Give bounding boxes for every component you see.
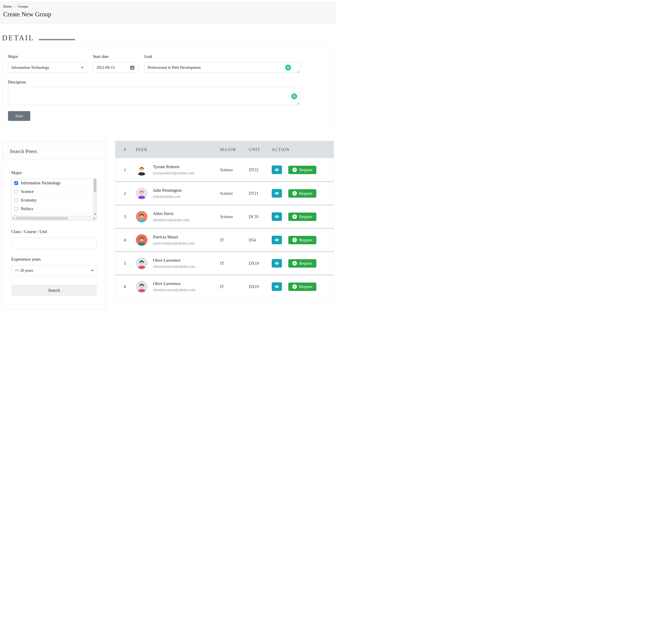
plus-icon: + — [292, 238, 297, 242]
view-button[interactable] — [272, 189, 282, 198]
table-row: 6 Olive Lawrence olivelawrence@adobe.com… — [115, 275, 334, 298]
plus-icon: + — [292, 168, 297, 172]
resize-handle-icon[interactable] — [297, 70, 299, 72]
view-button[interactable] — [272, 236, 282, 244]
request-button[interactable]: + Request — [288, 166, 316, 174]
column-header: PEER — [136, 147, 220, 152]
start-date-input[interactable]: 2021-09-15 — [93, 62, 138, 73]
major-options-list: Information Technology Science Economy P… — [11, 179, 93, 216]
action-divider — [285, 190, 285, 197]
request-button-label: Request — [299, 168, 312, 172]
horizontal-scrollbar[interactable]: ◀ ▶ — [11, 216, 97, 220]
major-option-row[interactable]: Information Technology — [11, 179, 93, 188]
breadcrumb-home-link[interactable]: Home — [3, 4, 12, 8]
scroll-left-icon[interactable]: ◀ — [11, 216, 16, 220]
major-option-row[interactable]: Science — [11, 188, 93, 196]
major-option-checkbox[interactable] — [14, 207, 18, 211]
breadcrumb-separator: / — [14, 4, 15, 8]
peer-unit: DT21 — [249, 191, 272, 196]
page-title: Create New Group — [3, 10, 332, 18]
major-option-row[interactable]: Politics — [11, 205, 93, 213]
major-option-checkbox[interactable] — [14, 181, 18, 185]
major-option-row[interactable]: Social — [11, 213, 93, 216]
request-button[interactable]: + Request — [288, 259, 316, 268]
plus-icon: + — [292, 215, 297, 219]
avatar — [136, 257, 148, 269]
description-label: Desciption — [8, 80, 328, 84]
request-button-label: Request — [299, 191, 312, 196]
eye-icon — [274, 191, 279, 196]
request-button-label: Request — [299, 238, 312, 243]
start-date-label: Start date — [93, 54, 138, 59]
detail-section-heading: DETAIL — [2, 33, 334, 42]
peer-unit: DX19 — [249, 261, 272, 266]
eye-icon — [274, 261, 279, 266]
peer-major: IT — [220, 284, 249, 289]
peer-email: julie@adobe.com — [153, 194, 182, 199]
peer-email: allendavis@adobe.com — [153, 218, 189, 222]
scrollbar-thumb[interactable] — [94, 179, 96, 192]
major-multiselect[interactable]: Information Technology Science Economy P… — [11, 179, 97, 221]
peer-email: olivelawrence@adobe.com — [153, 264, 195, 269]
major-option-row[interactable]: Economy — [11, 196, 93, 205]
table-row: 3 Allen Davis allendavis@adobe.com Scien… — [115, 205, 334, 228]
peer-name: Tyrone Roberts — [153, 164, 194, 169]
search-major-label: Major — [11, 170, 97, 175]
major-option-label: Politics — [21, 206, 33, 211]
chevron-down-icon — [91, 269, 94, 271]
eye-icon — [274, 214, 279, 219]
calendar-icon[interactable] — [130, 65, 135, 70]
search-button[interactable]: Search — [11, 285, 97, 296]
plus-icon: + — [292, 261, 297, 266]
peer-unit: DT22 — [249, 168, 272, 172]
detail-card: Major Information Technology Start date … — [2, 47, 334, 130]
scrollbar-thumb[interactable] — [16, 217, 68, 220]
major-select[interactable]: Information Technology — [8, 62, 87, 73]
peer-name: Olive Lawrence — [153, 258, 195, 263]
goal-value: Professional in Web Development — [148, 65, 201, 70]
action-divider — [285, 260, 285, 267]
view-button[interactable] — [272, 282, 282, 291]
breadcrumb-groups-link[interactable]: Groups — [18, 4, 28, 8]
scroll-down-icon[interactable]: ▼ — [93, 212, 97, 216]
grammarly-icon[interactable]: G — [285, 65, 291, 70]
request-button-label: Request — [299, 215, 312, 219]
avatar — [136, 281, 148, 293]
save-button[interactable]: Save — [8, 111, 30, 121]
view-button[interactable] — [272, 166, 282, 174]
peer-major: IT — [220, 238, 249, 243]
class-course-unit-label: Class / Course / Unit — [11, 229, 97, 234]
peer-unit: DC35 — [249, 215, 272, 219]
plus-icon: + — [292, 191, 297, 196]
peer-major: Science — [220, 168, 249, 172]
table-row: 2 Julie Pennington julie@adobe.com Scien… — [115, 181, 334, 205]
avatar — [136, 164, 148, 176]
request-button[interactable]: + Request — [288, 282, 316, 291]
vertical-scrollbar[interactable]: ▼ — [93, 179, 97, 216]
goal-input[interactable]: Professional in Web Development G — [144, 62, 300, 73]
grammarly-icon[interactable]: G — [291, 94, 297, 99]
request-button[interactable]: + Request — [288, 212, 316, 221]
description-textarea[interactable]: G — [8, 88, 300, 105]
plus-icon: + — [292, 284, 297, 289]
resize-handle-icon[interactable] — [297, 102, 299, 104]
column-header: UNIT — [249, 147, 272, 152]
eye-icon — [274, 284, 279, 289]
view-button[interactable] — [272, 212, 282, 221]
request-button[interactable]: + Request — [288, 189, 316, 198]
peers-table-header: #PEERMAJORUNITACTION — [115, 141, 334, 158]
peer-major: Science — [220, 215, 249, 219]
class-course-unit-input[interactable] — [11, 238, 97, 248]
column-header: MAJOR — [220, 147, 249, 152]
major-option-checkbox[interactable] — [14, 190, 18, 194]
scroll-right-icon[interactable]: ▶ — [93, 216, 97, 220]
table-row: 1 Tyrone Roberts tyroneroberts@adobe.com… — [115, 158, 334, 181]
goal-label: Goal — [144, 54, 300, 59]
request-button[interactable]: + Request — [288, 236, 316, 244]
experience-years-select[interactable]: <= 20 years — [11, 265, 97, 276]
peer-unit: DX19 — [249, 284, 272, 289]
action-divider — [285, 213, 285, 220]
major-option-checkbox[interactable] — [14, 198, 18, 202]
view-button[interactable] — [272, 259, 282, 268]
request-button-label: Request — [299, 261, 312, 266]
